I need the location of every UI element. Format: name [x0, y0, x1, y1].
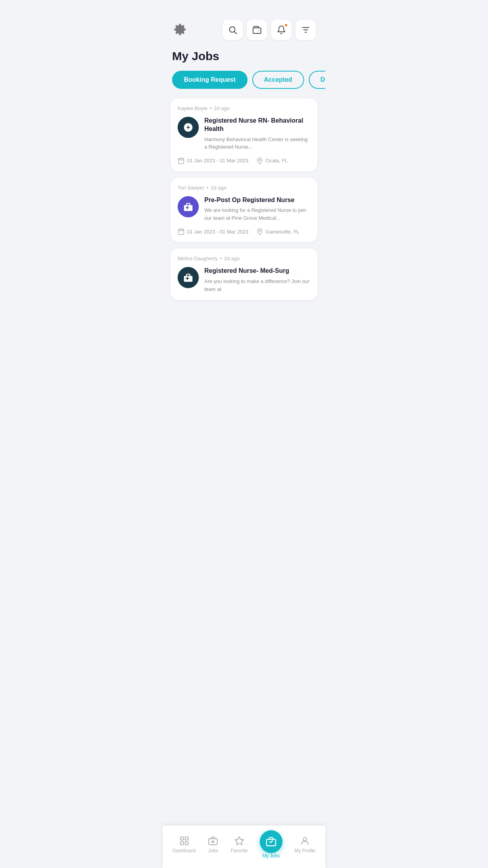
job-title: Registered Nurse RN- Behavioral Health: [204, 117, 310, 133]
favorite-icon: [234, 835, 245, 846]
svg-point-16: [259, 230, 261, 232]
myprofile-icon: [299, 835, 310, 846]
job-icon: [178, 117, 199, 138]
medical-bag-icon-2: [183, 272, 193, 283]
job-info: Registered Nurse RN- Behavioral Health H…: [204, 117, 310, 151]
filter-icon: [301, 25, 310, 35]
svg-rect-18: [185, 837, 188, 840]
jobs-label: Jobs: [208, 848, 218, 853]
svg-marker-23: [235, 837, 244, 845]
card-poster: Tori Sawyer: [178, 185, 204, 191]
nav-favorite[interactable]: Favorite: [231, 835, 248, 853]
card-date-range: 01 Jan 2023 - 01 Mar 2023: [178, 157, 248, 164]
notifications-button[interactable]: [271, 20, 292, 40]
nav-myjobs[interactable]: My Jobs: [260, 830, 283, 859]
card-time-ago: 2d ago: [211, 185, 226, 191]
svg-rect-17: [180, 837, 183, 840]
card-meta: Tori Sawyer • 2d ago: [178, 185, 310, 191]
calendar-icon: [178, 157, 185, 164]
nav-dashboard[interactable]: Dashboard: [172, 835, 196, 853]
gear-icon: [174, 23, 186, 36]
medical-cross-icon: [183, 122, 193, 132]
card-poster: Melina Daugherty: [178, 256, 218, 261]
job-info: Pre-Post Op Registered Nurse We are look…: [204, 196, 310, 222]
card-location: Ocala, FL: [256, 157, 288, 164]
svg-point-22: [212, 841, 214, 842]
myjobs-icon: [266, 836, 277, 847]
nav-jobs[interactable]: Jobs: [207, 835, 218, 853]
search-icon: [228, 25, 237, 35]
svg-point-11: [259, 159, 261, 161]
myjobs-label: My Jobs: [262, 853, 280, 859]
search-button[interactable]: [222, 20, 243, 40]
tab-declined[interactable]: Declined: [309, 71, 325, 89]
job-description: We are looking for a Registered Nurse to…: [204, 206, 310, 222]
job-card[interactable]: Tori Sawyer • 2d ago Pre-Post Op Registe…: [171, 178, 317, 243]
tab-accepted[interactable]: Accepted: [252, 71, 304, 89]
card-footer: 01 Jan 2023 - 01 Mar 2023 Ocala, FL: [178, 157, 310, 164]
svg-rect-20: [185, 842, 188, 845]
top-actions: [222, 20, 316, 40]
jobs-list: Kaylee Boyle • 2d ago Registered Nurse R…: [163, 98, 325, 300]
svg-rect-12: [178, 229, 184, 235]
card-poster: Kaylee Boyle: [178, 105, 207, 111]
date-range-text: 01 Jan 2023 - 01 Mar 2023: [187, 229, 248, 235]
svg-line-1: [235, 32, 237, 34]
card-body: Registered Nurse- Med-Surg Are you looki…: [178, 267, 310, 293]
nav-myprofile[interactable]: My Profile: [294, 835, 315, 853]
location-icon: [256, 228, 263, 235]
page-title: My Jobs: [163, 46, 325, 71]
card-location: Gainesville, FL: [256, 228, 299, 235]
job-card[interactable]: Melina Daugherty • 2d ago Registered Nur…: [171, 248, 317, 300]
card-date-range: 01 Jan 2023 - 01 Mar 2023: [178, 228, 248, 235]
svg-rect-7: [178, 158, 184, 164]
card-body: Registered Nurse RN- Behavioral Health H…: [178, 117, 310, 151]
bell-icon: [277, 25, 286, 35]
svg-rect-21: [209, 839, 218, 845]
notification-dot: [284, 24, 288, 27]
dashboard-icon: [179, 835, 190, 846]
svg-rect-2: [253, 28, 261, 33]
job-info: Registered Nurse- Med-Surg Are you looki…: [204, 267, 310, 293]
job-icon: [178, 196, 199, 217]
job-description: Are you looking to make a difference? Jo…: [204, 278, 310, 293]
job-title: Pre-Post Op Registered Nurse: [204, 196, 310, 204]
jobs-icon: [207, 835, 218, 846]
dashboard-label: Dashboard: [172, 848, 196, 853]
location-icon: [256, 157, 263, 164]
wallet-button[interactable]: [247, 20, 267, 40]
bottom-nav: Dashboard Jobs Favorite: [163, 826, 325, 868]
card-footer: 01 Jan 2023 - 01 Mar 2023 Gainesville, F…: [178, 228, 310, 235]
date-range-text: 01 Jan 2023 - 01 Mar 2023: [187, 158, 248, 164]
job-description: Harmony Behavioral Health Center is seek…: [204, 136, 310, 151]
job-icon: [178, 267, 199, 288]
card-meta: Melina Daugherty • 2d ago: [178, 256, 310, 261]
svg-rect-19: [180, 842, 183, 845]
tabs-row: Booking Request Accepted Declined: [163, 71, 325, 98]
job-card[interactable]: Kaylee Boyle • 2d ago Registered Nurse R…: [171, 98, 317, 171]
svg-point-25: [303, 837, 307, 841]
location-text: Gainesville, FL: [266, 229, 299, 235]
filter-button[interactable]: [295, 20, 316, 40]
svg-point-3: [258, 30, 259, 31]
card-meta: Kaylee Boyle • 2d ago: [178, 105, 310, 111]
favorite-label: Favorite: [231, 848, 248, 853]
calendar-icon: [178, 228, 185, 235]
myjobs-circle: [260, 830, 283, 853]
location-text: Ocala, FL: [266, 158, 288, 164]
medical-bag-icon: [183, 202, 193, 212]
wallet-icon: [252, 25, 262, 35]
card-time-ago: 2d ago: [214, 105, 229, 111]
card-body: Pre-Post Op Registered Nurse We are look…: [178, 196, 310, 222]
tab-booking-request[interactable]: Booking Request: [172, 71, 248, 89]
myprofile-label: My Profile: [294, 848, 315, 853]
card-time-ago: 2d ago: [224, 256, 240, 261]
top-bar: [163, 0, 325, 46]
settings-button[interactable]: [172, 22, 188, 39]
job-title: Registered Nurse- Med-Surg: [204, 267, 310, 275]
